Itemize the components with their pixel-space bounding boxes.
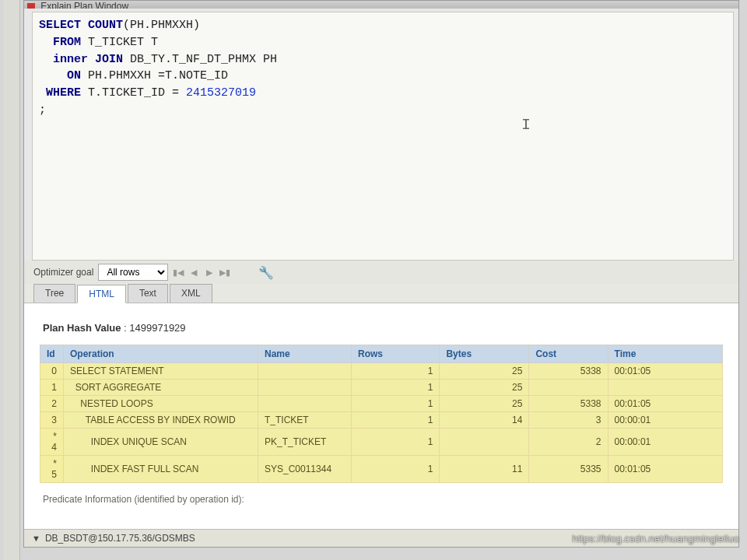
cell-bytes xyxy=(440,429,529,456)
cell-bytes: 25 xyxy=(440,363,529,380)
optimizer-goal-label: Optimizer goal xyxy=(33,267,93,278)
left-gutter xyxy=(3,0,20,560)
cell-operation: SELECT STATEMENT xyxy=(64,363,258,380)
sql-kw-inner: inner xyxy=(53,53,88,66)
col-operation: Operation xyxy=(64,345,258,363)
cell-cost xyxy=(529,380,608,396)
cell-bytes: 25 xyxy=(440,396,529,412)
cell-id: 1 xyxy=(40,380,64,396)
cell-cost: 5338 xyxy=(529,396,608,412)
cell-rows: 1 xyxy=(352,429,440,456)
col-name: Name xyxy=(258,345,352,363)
sql-editor[interactable]: SELECT COUNT(PH.PHMXXH) FROM T_TICKET T … xyxy=(32,12,734,261)
cell-name: T_TICKET xyxy=(258,412,352,429)
cell-cost: 5335 xyxy=(529,456,608,483)
cell-time: 00:00:01 xyxy=(608,412,722,429)
cell-name xyxy=(258,396,352,412)
col-rows: Rows xyxy=(352,345,440,363)
sql-text: ; xyxy=(39,103,46,117)
sql-kw-select: SELECT xyxy=(39,19,81,32)
cell-id: * 4 xyxy=(40,429,64,456)
table-row: 2 NESTED LOOPS125533800:01:05 xyxy=(40,396,723,412)
sql-kw-where: WHERE xyxy=(46,86,81,100)
plan-html-panel: Plan Hash Value : 1499971929 Id Operatio… xyxy=(24,303,738,529)
cell-name: SYS_C0011344 xyxy=(258,456,352,483)
cell-bytes: 11 xyxy=(440,456,529,483)
cell-cost: 3 xyxy=(529,412,608,429)
sql-text: PH.PHMXXH =T.NOTE_ID xyxy=(81,69,228,82)
chevron-down-icon[interactable]: ▼ xyxy=(32,534,40,543)
tab-text[interactable]: Text xyxy=(128,284,168,303)
nav-first-icon[interactable]: ▮◀ xyxy=(173,267,184,278)
cell-rows: 1 xyxy=(352,363,440,380)
cell-id: 3 xyxy=(40,412,64,429)
cell-name xyxy=(258,363,352,380)
cell-operation: INDEX UNIQUE SCAN xyxy=(64,429,258,456)
cell-id: * 5 xyxy=(40,456,64,483)
cell-rows: 1 xyxy=(352,456,440,483)
cell-operation: NESTED LOOPS xyxy=(64,396,258,412)
sql-text: T.TICKET_ID = xyxy=(81,86,186,100)
cell-id: 0 xyxy=(40,363,64,380)
cell-bytes: 14 xyxy=(440,412,529,429)
sql-text: (PH.PHMXXH) xyxy=(123,19,200,32)
plan-tabs: Tree HTML Text XML xyxy=(24,284,738,303)
sql-text: DB_TY.T_NF_DT_PHMX PH xyxy=(123,53,277,66)
tab-xml[interactable]: XML xyxy=(170,284,212,303)
cell-cost: 5338 xyxy=(529,363,608,380)
cell-time: 00:01:05 xyxy=(608,363,722,380)
plan-toolbar: Optimizer goal All rows ▮◀ ◀ ▶ ▶▮ 🔧 xyxy=(24,261,738,284)
table-row: 3 TABLE ACCESS BY INDEX ROWIDT_TICKET114… xyxy=(40,412,723,429)
cell-bytes: 25 xyxy=(440,380,529,396)
col-cost: Cost xyxy=(529,345,608,363)
plan-hash: Plan Hash Value : 1499971929 xyxy=(40,317,723,345)
cell-operation: SORT AGGREGATE xyxy=(64,380,258,396)
titlebar: Explain Plan Window xyxy=(24,1,738,9)
table-row: 0SELECT STATEMENT125533800:01:05 xyxy=(40,363,723,380)
col-id: Id xyxy=(40,345,64,363)
tab-html[interactable]: HTML xyxy=(77,285,126,303)
window-title: Explain Plan Window xyxy=(40,1,128,9)
nav-last-icon[interactable]: ▶▮ xyxy=(219,267,230,278)
cell-time xyxy=(608,380,722,396)
cell-rows: 1 xyxy=(352,412,440,429)
plan-table: Id Operation Name Rows Bytes Cost Time 0… xyxy=(40,345,723,483)
sql-kw-on: ON xyxy=(67,69,81,82)
plan-hash-label: Plan Hash Value xyxy=(43,322,121,334)
predicate-info-label: Predicate Information (identified by ope… xyxy=(40,483,723,508)
table-row: 1 SORT AGGREGATE125 xyxy=(40,380,723,396)
nav-next-icon[interactable]: ▶ xyxy=(204,267,215,278)
cell-name xyxy=(258,380,352,396)
sql-text: T_TICKET T xyxy=(81,36,158,49)
cell-time: 00:01:05 xyxy=(608,456,722,483)
sql-kw-count: COUNT xyxy=(88,19,123,32)
watermark: https://blog.csdn.net/huangmingleiluo xyxy=(572,533,739,544)
wrench-icon[interactable]: 🔧 xyxy=(258,265,272,279)
cell-time: 00:01:05 xyxy=(608,396,722,412)
plan-header-row: Id Operation Name Rows Bytes Cost Time xyxy=(40,345,723,363)
sql-literal: 2415327019 xyxy=(186,86,256,100)
sql-kw-join: JOIN xyxy=(95,53,123,66)
optimizer-goal-select[interactable]: All rows xyxy=(98,264,168,281)
app-icon xyxy=(27,3,35,9)
tab-tree[interactable]: Tree xyxy=(33,284,75,303)
text-cursor-icon: I xyxy=(521,114,531,136)
table-row: * 4 INDEX UNIQUE SCANPK_T_TICKET1200:00:… xyxy=(40,429,723,456)
explain-plan-window: Explain Plan Window SELECT COUNT(PH.PHMX… xyxy=(23,0,739,548)
cell-rows: 1 xyxy=(352,396,440,412)
cell-time: 00:00:01 xyxy=(608,429,722,456)
cell-rows: 1 xyxy=(352,380,440,396)
cell-operation: INDEX FAST FULL SCAN xyxy=(64,456,258,483)
col-time: Time xyxy=(608,345,722,363)
nav-prev-icon[interactable]: ◀ xyxy=(188,267,199,278)
col-bytes: Bytes xyxy=(440,345,529,363)
cell-cost: 2 xyxy=(529,429,608,456)
connection-label: DB_BSDT@150.17.75.36/GDSMBS xyxy=(45,533,195,544)
cell-id: 2 xyxy=(40,396,64,412)
cell-operation: TABLE ACCESS BY INDEX ROWID xyxy=(64,412,258,429)
cell-name: PK_T_TICKET xyxy=(258,429,352,456)
sql-kw-from: FROM xyxy=(53,36,81,49)
plan-hash-value: 1499971929 xyxy=(129,322,185,334)
table-row: * 5 INDEX FAST FULL SCANSYS_C00113441115… xyxy=(40,456,723,483)
